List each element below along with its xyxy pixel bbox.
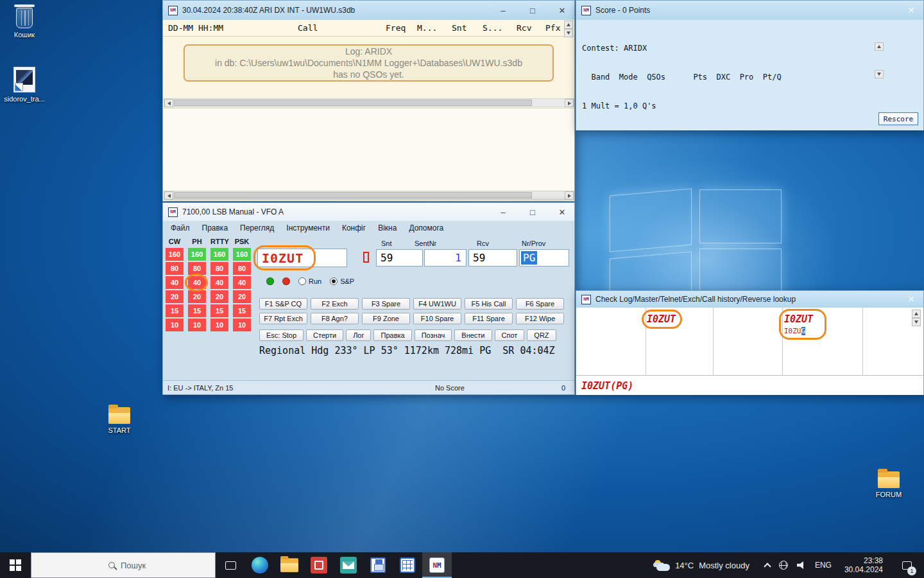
task-view-button[interactable] [216, 552, 245, 578]
menu-tools[interactable]: Інструменти [286, 223, 330, 232]
f1-button[interactable]: F1 S&P CQ [259, 298, 307, 310]
log-button[interactable]: Лог [346, 329, 371, 341]
band-button-cw-20[interactable]: 20 [166, 290, 184, 303]
f12-button[interactable]: F12 Wipe [516, 313, 564, 324]
edit-button[interactable]: Правка [373, 329, 411, 341]
menu-config[interactable]: Конфіг [342, 223, 366, 232]
f7-button[interactable]: F7 Rpt Exch [259, 313, 307, 324]
nrprov-input[interactable]: PG [519, 249, 569, 267]
scroll-left-icon[interactable] [164, 191, 173, 200]
scroll-up-icon[interactable] [912, 310, 921, 318]
band-button-ph-10[interactable]: 10 [188, 319, 206, 331]
maximize-icon[interactable]: □ [526, 6, 540, 15]
scroll-down-icon[interactable] [564, 29, 573, 37]
minimize-icon[interactable]: – [496, 207, 510, 217]
f11-button[interactable]: F11 Spare [465, 313, 513, 324]
callsign-input[interactable]: I0ZUT [257, 249, 347, 267]
start-button[interactable] [0, 552, 31, 578]
run-radio[interactable]: Run [298, 277, 321, 285]
scroll-up-icon[interactable] [875, 42, 884, 51]
close-icon[interactable]: ✕ [904, 5, 918, 15]
scroll-right-icon[interactable] [565, 191, 574, 200]
scroll-down-icon[interactable] [875, 70, 884, 78]
band-button-ph-15[interactable]: 15 [188, 304, 206, 317]
minimize-icon[interactable]: – [496, 6, 510, 15]
network-globe-icon[interactable] [779, 561, 788, 570]
wipe-button[interactable]: Стерти [306, 329, 343, 341]
taskbar-red-app-button[interactable] [304, 552, 334, 578]
chevron-up-icon[interactable] [764, 563, 771, 570]
scroll-up-icon[interactable] [564, 21, 573, 29]
esc-stop-button[interactable]: Esc: Stop [259, 329, 304, 341]
band-button-rtty-10[interactable]: 10 [210, 319, 228, 331]
scrollbar-thumb[interactable] [174, 100, 532, 106]
f2-button[interactable]: F2 Exch [311, 298, 359, 310]
store-button[interactable]: Внести [454, 329, 492, 341]
f3-button[interactable]: F3 Spare [362, 298, 410, 310]
log-vertical-scrollbar[interactable] [564, 21, 574, 37]
band-button-ph-40[interactable]: 40 [188, 276, 206, 289]
scroll-left-icon[interactable] [164, 99, 173, 107]
band-button-psk-160[interactable]: 160 [233, 248, 251, 261]
snt-input[interactable]: 59 [376, 249, 423, 267]
search-box[interactable]: Пошук [31, 552, 216, 578]
check-scrollbar[interactable] [912, 310, 921, 326]
language-indicator[interactable]: ENG [815, 561, 832, 570]
check-call-right[interactable]: I0ZUT [784, 313, 813, 325]
log-horizontal-scrollbar-2[interactable] [164, 191, 574, 200]
qrz-button[interactable]: QRZ [527, 329, 556, 341]
close-icon[interactable]: ✕ [555, 6, 569, 15]
f10-button[interactable]: F10 Spare [413, 313, 461, 324]
band-button-cw-80[interactable]: 80 [166, 262, 184, 275]
score-scrollbar[interactable] [875, 23, 921, 98]
desktop-icon-sidorov-file[interactable]: sidorov_tra... [1, 67, 47, 103]
entry-window-titlebar[interactable]: 7100,00 LSB Manual - VFO A – □ ✕ [163, 203, 574, 221]
menu-windows[interactable]: Вікна [378, 223, 397, 232]
desktop-icon-forum-folder[interactable]: FORUM [866, 466, 912, 498]
band-button-rtty-160[interactable]: 160 [210, 248, 228, 261]
maximize-icon[interactable]: □ [526, 207, 540, 217]
band-button-rtty-80[interactable]: 80 [210, 262, 228, 275]
band-button-cw-40[interactable]: 40 [166, 276, 184, 289]
sentnr-input[interactable]: 1 [424, 249, 466, 267]
band-button-psk-80[interactable]: 80 [233, 262, 251, 275]
speaker-icon[interactable] [797, 561, 806, 570]
close-icon[interactable]: ✕ [555, 207, 569, 217]
taskbar-save-app-button[interactable] [363, 552, 393, 578]
scroll-down-icon[interactable] [912, 318, 921, 326]
log-horizontal-scrollbar[interactable] [164, 98, 574, 107]
sp-radio[interactable]: S&P [330, 277, 354, 285]
action-center-button[interactable]: 1 [896, 552, 918, 578]
taskbar-mail-button[interactable] [334, 552, 363, 578]
band-button-rtty-20[interactable]: 20 [210, 290, 228, 303]
band-button-ph-160[interactable]: 160 [188, 248, 206, 261]
f5-button[interactable]: F5 His Call [465, 298, 513, 310]
log-window-titlebar[interactable]: 30.04.2024 20:38:40Z ARI DX INT - UW1WU.… [163, 1, 574, 20]
check-suggestion[interactable]: I0ZUG [784, 327, 805, 335]
check-call-left[interactable]: I0ZUT [647, 313, 676, 325]
taskbar-clock[interactable]: 23:38 30.04.2024 [841, 556, 887, 574]
band-button-rtty-15[interactable]: 15 [210, 304, 228, 317]
band-button-cw-10[interactable]: 10 [166, 319, 184, 331]
band-button-ph-20[interactable]: 20 [188, 290, 206, 303]
band-button-ph-80[interactable]: 80 [188, 262, 206, 275]
rescore-button[interactable]: Rescore [878, 112, 918, 125]
menu-help[interactable]: Допомога [409, 223, 443, 232]
taskbar-edge-button[interactable] [245, 552, 275, 578]
f9-button[interactable]: F9 Zone [362, 313, 410, 324]
desktop-icon-recycle-bin[interactable]: Кошик [1, 4, 47, 39]
menu-view[interactable]: Перегляд [240, 223, 274, 232]
mark-button[interactable]: Познач [415, 329, 452, 341]
band-button-cw-15[interactable]: 15 [166, 304, 184, 317]
check-window-titlebar[interactable]: Check Log/Master/Telnet/Exch/Call histor… [576, 291, 923, 308]
band-button-rtty-40[interactable]: 40 [210, 276, 228, 289]
score-window-titlebar[interactable]: Score - 0 Points ✕ [576, 1, 923, 20]
taskbar-n1mm-button[interactable] [422, 552, 452, 578]
scroll-right-icon[interactable] [565, 99, 574, 107]
band-button-psk-10[interactable]: 10 [233, 319, 251, 331]
band-button-cw-160[interactable]: 160 [166, 248, 184, 261]
f4-button[interactable]: F4 UW1WU [413, 298, 461, 310]
taskbar-spreadsheet-button[interactable] [393, 552, 422, 578]
menu-edit[interactable]: Правка [202, 223, 228, 232]
rcv-input[interactable]: 59 [468, 249, 517, 267]
